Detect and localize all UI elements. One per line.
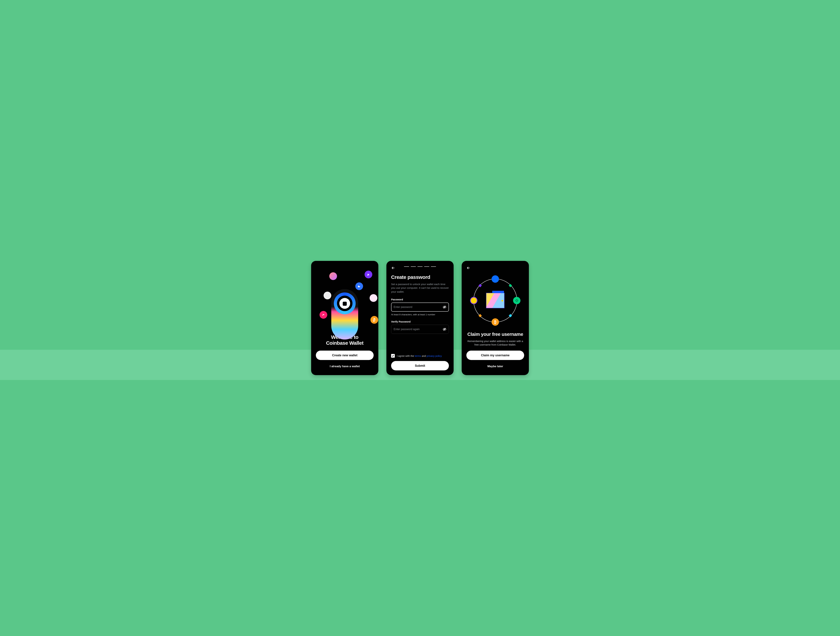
- back-button[interactable]: [391, 265, 396, 270]
- svg-rect-2: [516, 299, 518, 302]
- existing-wallet-button[interactable]: I already have a wallet: [316, 362, 374, 371]
- agree-text: I agree with the terms and privacy polic…: [397, 355, 442, 357]
- opensea-icon: [355, 282, 363, 290]
- password-field[interactable]: [391, 303, 449, 312]
- orbit-marker-icon: [478, 314, 482, 317]
- verify-password-field[interactable]: [391, 325, 449, 334]
- verify-password-label: Verify Password: [391, 320, 449, 323]
- password-hint: At least 8 characters, with at least 1 n…: [391, 313, 449, 316]
- orbit-marker-icon: [478, 284, 482, 287]
- agree-checkbox[interactable]: [391, 354, 395, 358]
- nft-avatar-icon: [369, 294, 377, 302]
- submit-button[interactable]: Submit: [391, 361, 449, 371]
- page-description: Set a password to unlock your wallet eac…: [391, 282, 449, 294]
- party-popper-icon: [365, 271, 372, 278]
- terms-link[interactable]: terms: [415, 355, 421, 357]
- welcome-screen: ₿ Welcome to Coinbase Wallet Create new …: [311, 261, 378, 375]
- create-wallet-button[interactable]: Create new wallet: [316, 350, 374, 360]
- claim-description: Remembering your wallet address is easie…: [467, 339, 524, 347]
- bitcoin-icon: ₿: [370, 315, 378, 325]
- wallet-icon: [486, 293, 505, 308]
- username-illustration: ₿: [466, 270, 524, 331]
- coinbase-logo-pill: [331, 289, 358, 339]
- password-input[interactable]: [394, 306, 441, 309]
- orbit-marker-icon: [509, 284, 512, 287]
- password-label: Password: [391, 298, 449, 301]
- maybe-later-button[interactable]: Maybe later: [466, 362, 524, 371]
- toggle-visibility-icon[interactable]: [443, 305, 446, 309]
- page-heading: Create password: [391, 274, 449, 280]
- claim-username-button[interactable]: Claim my username: [466, 350, 524, 360]
- verify-password-input[interactable]: [394, 328, 441, 331]
- progress-indicator: [404, 267, 436, 267]
- avatar-icon: [491, 275, 499, 283]
- orbit-marker-icon: [509, 314, 512, 317]
- diamond-icon: [513, 297, 521, 304]
- ape-avatar-icon: [324, 292, 331, 299]
- coin-icon: [470, 297, 477, 304]
- back-button[interactable]: [466, 265, 471, 270]
- claim-username-screen: ₿ Claim your free username Remembering y…: [462, 261, 529, 375]
- avatar-1-icon: [329, 272, 337, 280]
- privacy-link[interactable]: privacy policy: [427, 355, 442, 357]
- bitcoin-icon: ₿: [491, 318, 499, 326]
- toggle-visibility-icon[interactable]: [443, 327, 446, 331]
- claim-heading: Claim your free username: [466, 331, 524, 337]
- welcome-illustration: ₿: [316, 265, 374, 334]
- create-password-screen: Create password Set a password to unlock…: [387, 261, 453, 375]
- uniswap-icon: [319, 311, 327, 319]
